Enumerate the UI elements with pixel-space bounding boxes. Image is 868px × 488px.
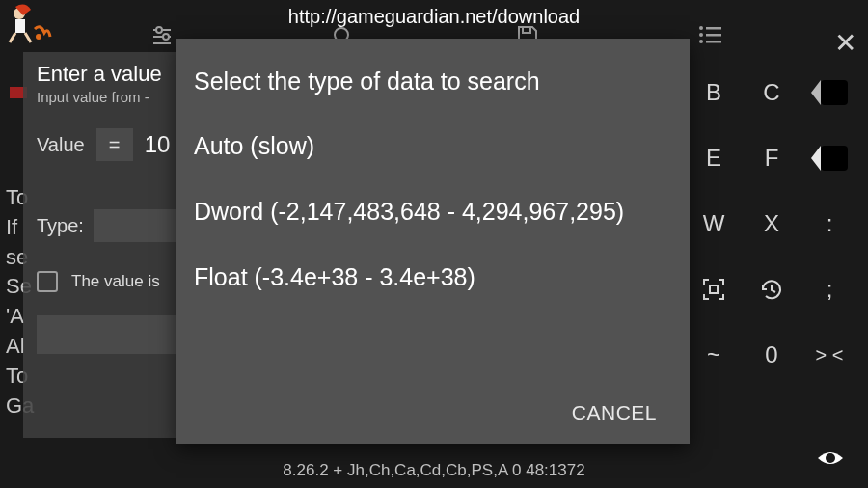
key-colon[interactable]: : [800, 210, 858, 237]
key-tilde[interactable]: ~ [685, 341, 743, 368]
value-is-checkbox[interactable] [37, 271, 58, 292]
eye-icon[interactable] [816, 444, 845, 476]
sliders-icon[interactable] [150, 25, 174, 50]
svg-rect-17 [710, 285, 718, 293]
status-bar: 8.26.2 + Jh,Ch,Ca,Cd,Cb,PS,A 0 48:1372 [0, 461, 868, 480]
svg-point-11 [699, 26, 703, 30]
type-select-dialog: Select the type of data to search Auto (… [176, 39, 690, 444]
svg-point-12 [699, 33, 703, 37]
close-icon[interactable]: ✕ [834, 27, 856, 59]
select-icon[interactable] [685, 277, 743, 302]
key-W[interactable]: W [685, 210, 743, 237]
svg-point-7 [163, 34, 169, 40]
key-B[interactable]: B [685, 79, 743, 106]
keypad: B C E F W X : [685, 60, 858, 388]
type-option-float[interactable]: Float (-3.4e+38 - 3.4e+38) [194, 261, 672, 292]
dialog-title: Select the type of data to search [194, 68, 672, 95]
key-C[interactable]: C [743, 79, 800, 106]
key-X[interactable]: X [743, 210, 800, 237]
type-option-auto[interactable]: Auto (slow) [194, 130, 672, 161]
cancel-button[interactable]: CANCEL [572, 401, 657, 424]
svg-rect-14 [706, 27, 721, 30]
svg-point-6 [156, 27, 162, 33]
svg-rect-10 [523, 27, 530, 33]
key-collapse[interactable]: > < [800, 344, 858, 366]
history-icon[interactable] [743, 277, 800, 302]
key-0[interactable]: 0 [743, 341, 800, 368]
svg-rect-15 [706, 34, 721, 37]
app-root: { "url": "http://gameguardian.net/downlo… [0, 0, 868, 488]
type-option-dword[interactable]: Dword (-2,147,483,648 - 4,294,967,295) [194, 196, 672, 227]
value-is-label: The value is [71, 272, 160, 291]
backspace-icon[interactable] [800, 80, 858, 105]
value-label: Value [37, 134, 85, 156]
svg-point-13 [699, 40, 703, 43]
svg-rect-16 [706, 41, 721, 43]
key-F[interactable]: F [743, 145, 800, 172]
equals-dropdown[interactable]: = [96, 128, 133, 161]
list-icon[interactable] [698, 25, 721, 48]
key-semicolon[interactable]: ; [800, 276, 858, 303]
svg-point-18 [826, 453, 835, 463]
key-E[interactable]: E [685, 145, 743, 172]
type-label: Type: [37, 215, 84, 237]
backspace-icon[interactable] [800, 146, 858, 171]
